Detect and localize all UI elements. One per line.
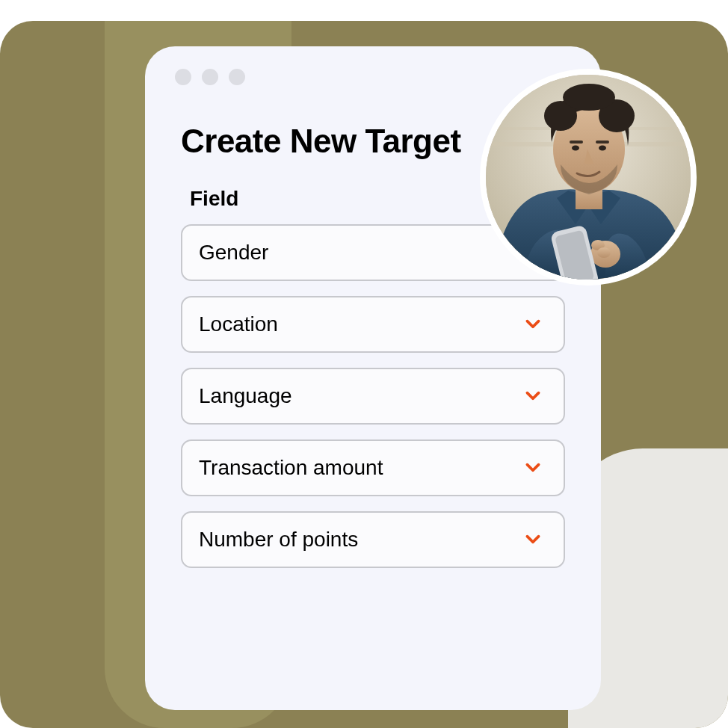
svg-point-9	[599, 146, 606, 151]
svg-point-7	[563, 84, 615, 111]
avatar	[480, 69, 697, 286]
window-dot-icon	[175, 69, 191, 85]
dropdown-number-of-points[interactable]: Number of points	[181, 511, 565, 568]
svg-rect-10	[570, 141, 583, 144]
svg-point-8	[572, 146, 579, 151]
dropdown-list: Gender Location Language Transaction amo…	[145, 224, 601, 568]
dropdown-language[interactable]: Language	[181, 368, 565, 425]
dropdown-label: Number of points	[199, 528, 358, 552]
chevron-down-icon	[523, 530, 543, 549]
chevron-down-icon	[523, 386, 543, 406]
window-dot-icon	[229, 69, 245, 85]
window-controls	[145, 69, 601, 85]
svg-point-17	[597, 247, 611, 258]
dropdown-label: Language	[199, 384, 292, 408]
dropdown-label: Gender	[199, 241, 268, 265]
svg-rect-11	[596, 141, 609, 144]
dropdown-transaction-amount[interactable]: Transaction amount	[181, 439, 565, 496]
chevron-down-icon	[523, 315, 543, 334]
dropdown-location[interactable]: Location	[181, 296, 565, 353]
window-dot-icon	[202, 69, 218, 85]
dropdown-label: Location	[199, 312, 278, 336]
dropdown-label: Transaction amount	[199, 456, 383, 480]
chevron-down-icon	[523, 458, 543, 478]
